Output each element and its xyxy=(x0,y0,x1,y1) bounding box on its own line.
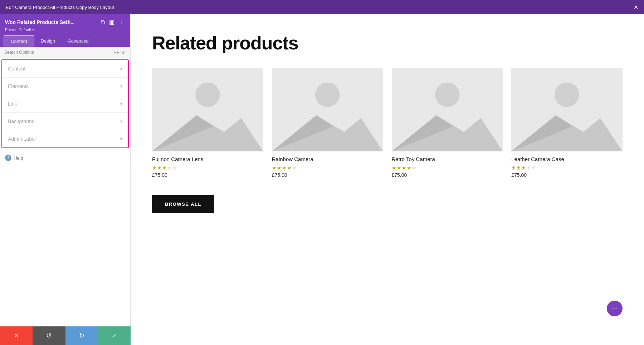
bottom-toolbar: ✕ ↺ ↻ ✓ xyxy=(0,326,131,345)
undo-button[interactable]: ↺ xyxy=(33,326,65,345)
accordion-label-link: Link xyxy=(8,101,17,107)
title-bar: Edit Camera Product All Products Copy Bo… xyxy=(0,0,644,14)
product-name-0: Fujinon Camera Lens xyxy=(152,156,263,163)
product-stars-1: ★★★★★ xyxy=(272,165,383,171)
accordion-item-content: Content ▾ xyxy=(2,60,128,78)
related-products-title: Related products xyxy=(152,32,623,54)
accordion-header-background[interactable]: Background ▾ xyxy=(2,113,128,130)
browse-all-button[interactable]: BROWSE ALL xyxy=(152,195,214,213)
chevron-down-icon-5: ▾ xyxy=(120,136,122,141)
redo-button[interactable]: ↻ xyxy=(65,326,98,345)
help-row: ? Help xyxy=(0,150,130,166)
sidebar-title: Woo Related Products Setti... xyxy=(5,19,75,25)
product-stars-0: ★★★★★ xyxy=(152,165,263,171)
chevron-down-icon-2: ▾ xyxy=(120,84,122,89)
cancel-button[interactable]: ✕ xyxy=(0,326,33,345)
product-price-0: £75.00 xyxy=(152,172,263,178)
accordion-label-content: Content xyxy=(8,66,25,72)
accordion-header-content[interactable]: Content ▾ xyxy=(2,60,128,77)
search-options-label: Search Options xyxy=(4,50,34,55)
product-card-3: Leather Camera Case ★★★★★ £75.00 xyxy=(511,68,623,178)
chevron-down-icon: ▾ xyxy=(120,66,122,71)
accordion-item-background: Background ▾ xyxy=(2,113,128,130)
help-label[interactable]: Help xyxy=(14,155,23,161)
sidebar-preset: Preset: Default ▾ xyxy=(5,28,125,32)
product-image-2 xyxy=(392,68,503,151)
product-stars-2: ★★★★★ xyxy=(392,165,503,171)
sidebar-title-row: Woo Related Products Setti... ⧉ ▣ ⋮ xyxy=(5,18,125,26)
sidebar: Woo Related Products Setti... ⧉ ▣ ⋮ Pres… xyxy=(0,14,131,345)
product-card-2: Retro Toy Camera ★★★★★ £75.00 xyxy=(392,68,503,178)
product-stars-3: ★★★★★ xyxy=(511,165,623,171)
title-bar-text: Edit Camera Product All Products Copy Bo… xyxy=(6,5,114,10)
accordion-label-admin: Admin Label xyxy=(8,136,36,142)
product-card-0: Fujinon Camera Lens ★★★★★ £75.00 xyxy=(152,68,263,178)
product-price-1: £75.00 xyxy=(272,172,383,178)
accordion-container: Content ▾ Elements ▾ Link ▾ Background xyxy=(1,59,129,148)
svg-point-13 xyxy=(555,82,579,107)
tab-design[interactable]: Design xyxy=(34,35,62,47)
chevron-down-icon-4: ▾ xyxy=(120,119,122,124)
tab-content[interactable]: Content xyxy=(4,35,34,47)
product-name-3: Leather Camera Case xyxy=(511,156,623,163)
svg-point-5 xyxy=(315,82,340,107)
accordion-header-admin-label[interactable]: Admin Label ▾ xyxy=(2,130,128,147)
product-name-1: Rainbow Camera xyxy=(272,156,383,163)
sidebar-header: Woo Related Products Setti... ⧉ ▣ ⋮ Pres… xyxy=(0,14,130,35)
sidebar-icons: ⧉ ▣ ⋮ xyxy=(100,18,125,26)
save-button[interactable]: ✓ xyxy=(98,326,131,345)
tab-advanced[interactable]: Advanced xyxy=(62,35,95,47)
svg-point-1 xyxy=(195,82,220,107)
search-row: Search Options + Filter xyxy=(0,47,130,58)
main-layout: Woo Related Products Setti... ⧉ ▣ ⋮ Pres… xyxy=(0,14,644,345)
accordion-item-elements: Elements ▾ xyxy=(2,78,128,95)
accordion-item-link: Link ▾ xyxy=(2,95,128,113)
copy-icon-button[interactable]: ⧉ xyxy=(100,18,106,26)
product-placeholder-2 xyxy=(392,68,503,151)
product-image-0 xyxy=(152,68,263,151)
close-button[interactable]: ✕ xyxy=(634,4,638,11)
product-placeholder-1 xyxy=(272,68,383,151)
product-image-1 xyxy=(272,68,383,151)
content-area: Related products Fujinon Camera Lens xyxy=(131,14,644,345)
product-price-3: £75.00 xyxy=(511,172,623,178)
floating-dots-button[interactable]: ··· xyxy=(607,301,623,316)
tabs-container: Content Design Advanced xyxy=(0,35,130,47)
products-grid: Fujinon Camera Lens ★★★★★ £75.00 xyxy=(152,68,623,178)
help-icon: ? xyxy=(5,155,11,161)
accordion-label-elements: Elements xyxy=(8,83,29,89)
product-price-2: £75.00 xyxy=(392,172,503,178)
filter-button[interactable]: + Filter xyxy=(114,50,126,54)
product-image-3 xyxy=(511,68,623,151)
accordion-label-background: Background xyxy=(8,118,35,124)
accordion-header-link[interactable]: Link ▾ xyxy=(2,95,128,112)
svg-point-9 xyxy=(435,82,459,107)
accordion-header-elements[interactable]: Elements ▾ xyxy=(2,78,128,95)
product-placeholder-0 xyxy=(152,68,263,151)
layout-icon-button[interactable]: ▣ xyxy=(108,18,115,26)
accordion-item-admin-label: Admin Label ▾ xyxy=(2,130,128,147)
product-name-2: Retro Toy Camera xyxy=(392,156,503,163)
more-icon-button[interactable]: ⋮ xyxy=(118,18,125,26)
product-placeholder-3 xyxy=(511,68,623,151)
product-card-1: Rainbow Camera ★★★★★ £75.00 xyxy=(272,68,383,178)
chevron-down-icon-3: ▾ xyxy=(120,101,122,106)
